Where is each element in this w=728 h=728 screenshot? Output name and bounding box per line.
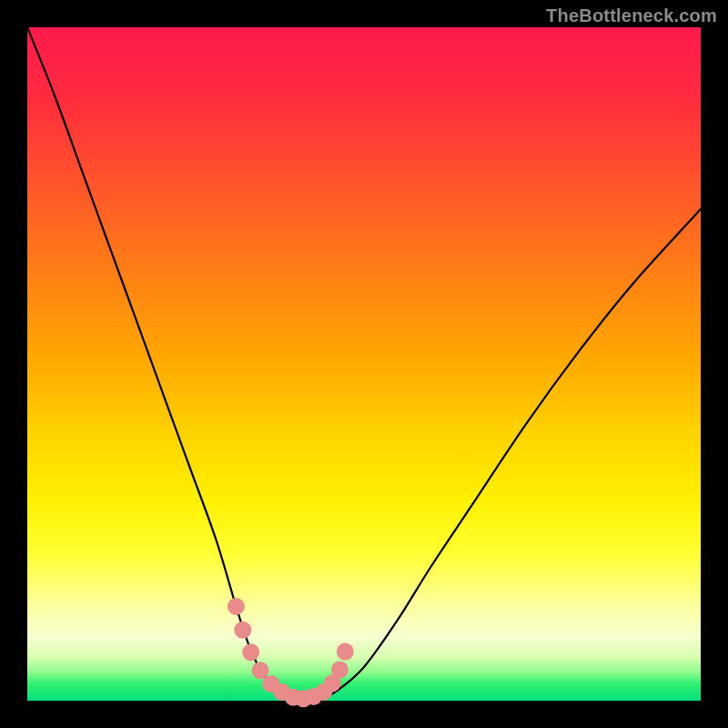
marker-dot (242, 643, 259, 661)
marker-dot (228, 598, 245, 615)
chart-stage: TheBottleneck.com (0, 0, 728, 728)
marker-dot (234, 622, 251, 639)
gradient-background (27, 27, 701, 701)
bottleneck-chart (0, 0, 728, 728)
marker-dot (337, 642, 354, 660)
marker-dot (252, 662, 269, 679)
marker-dot (331, 661, 349, 678)
